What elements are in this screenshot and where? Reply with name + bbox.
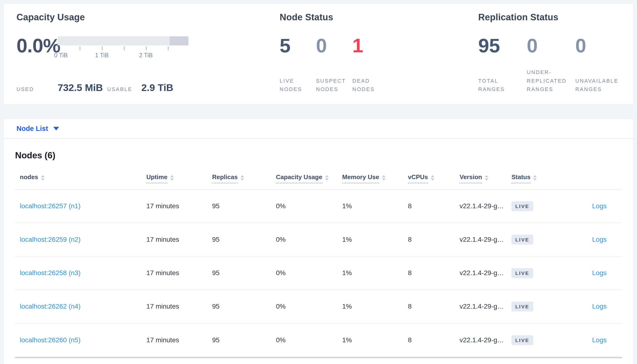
cell-uptime: 17 minutes: [146, 236, 212, 244]
cell-uptime: 17 minutes: [146, 202, 212, 210]
node-link[interactable]: localhost:26259 (n2): [20, 236, 81, 243]
status-badge: LIVE: [511, 335, 533, 345]
sort-icon[interactable]: [240, 175, 244, 180]
node-list-card: Node List Nodes (6) nodesUptimeReplicasC…: [3, 118, 634, 364]
cell-memory-use: 1%: [342, 202, 408, 210]
cell-vcpus: 8: [408, 336, 460, 344]
replication-status-metric: 0UNDER-REPLICATED RANGES: [527, 36, 575, 94]
replication-status-metrics: 95TOTAL RANGES0UNDER-REPLICATED RANGES0U…: [478, 36, 624, 94]
usable-label: USABLE: [107, 86, 141, 92]
logs-link[interactable]: Logs: [592, 302, 607, 310]
node-link[interactable]: localhost:26258 (n3): [20, 269, 81, 276]
column-header-replicas[interactable]: Replicas: [212, 174, 276, 184]
column-label-memory-use[interactable]: Memory Use: [342, 174, 379, 184]
replication-status-label: UNDER-REPLICATED RANGES: [527, 68, 570, 94]
logs-link[interactable]: Logs: [592, 236, 607, 243]
sort-icon[interactable]: [431, 175, 434, 180]
sort-icon[interactable]: [325, 175, 329, 180]
cell-status: LIVE: [511, 268, 564, 278]
axis-label-1tib: 1 TiB: [95, 52, 109, 59]
status-badge: LIVE: [511, 235, 533, 244]
chevron-down-icon[interactable]: [53, 127, 59, 130]
node-status-label: SUSPECT NODES: [316, 77, 353, 94]
replication-status-metric: 0UNAVAILABLE RANGES: [575, 36, 624, 94]
cell-replicas: 95: [212, 302, 276, 310]
node-status-label: DEAD NODES: [353, 77, 389, 94]
cell-status: LIVE: [511, 302, 564, 312]
logs-link[interactable]: Logs: [592, 202, 607, 210]
column-header-status[interactable]: Status: [511, 174, 564, 184]
cell-node: localhost:26260 (n5): [20, 336, 146, 344]
cell-memory-use: 1%: [342, 236, 408, 244]
table-row: localhost:26258 (n3)17 minutes950%1%8v22…: [15, 256, 622, 290]
cell-node: localhost:26262 (n4): [20, 302, 146, 310]
replication-status-section: Replication Status 95TOTAL RANGES0UNDER-…: [478, 12, 624, 94]
column-label-replicas[interactable]: Replicas: [212, 174, 238, 184]
node-link[interactable]: localhost:26260 (n5): [20, 336, 81, 344]
table-row: localhost:26260 (n5)17 minutes950%1%8v22…: [15, 324, 622, 357]
cell-logs: Logs: [564, 336, 622, 344]
cell-logs: Logs: [564, 302, 622, 310]
column-label-nodes[interactable]: nodes: [20, 174, 38, 184]
node-list-dropdown[interactable]: Node List: [17, 125, 48, 132]
cell-memory-use: 1%: [342, 302, 408, 310]
status-badge: LIVE: [511, 302, 533, 312]
node-status-title: Node Status: [280, 12, 478, 22]
column-label-version[interactable]: Version: [460, 174, 482, 184]
cell-replicas: 95: [212, 269, 276, 277]
column-header-version[interactable]: Version: [460, 174, 511, 184]
column-header-memory-use[interactable]: Memory Use: [342, 174, 408, 184]
status-badge: LIVE: [511, 268, 533, 278]
cell-memory-use: 1%: [342, 269, 408, 277]
axis-label-2tib: 2 TiB: [139, 52, 153, 59]
column-label-vcpus[interactable]: vCPUs: [408, 174, 428, 184]
used-value: 732.5 MiB: [58, 82, 107, 94]
cell-capacity-usage: 0%: [276, 236, 342, 244]
column-header-capacity-usage[interactable]: Capacity Usage: [276, 174, 342, 184]
node-status-metric: 5LIVE NODES: [280, 36, 316, 94]
sort-icon[interactable]: [170, 175, 174, 180]
cell-status: LIVE: [511, 235, 564, 244]
view-selector-bar: Node List: [4, 119, 633, 139]
replication-status-value: 95: [478, 36, 527, 55]
capacity-bar-chart: 0 TiB 1 TiB 2 TiB: [58, 36, 188, 59]
cell-status: LIVE: [511, 201, 564, 211]
replication-status-label: TOTAL RANGES: [478, 77, 521, 94]
cell-replicas: 95: [212, 202, 276, 210]
node-status-value: 0: [316, 36, 353, 55]
sort-icon[interactable]: [533, 175, 537, 180]
usable-value: 2.9 TiB: [141, 82, 173, 94]
sort-icon[interactable]: [41, 175, 45, 180]
sort-icon[interactable]: [382, 175, 386, 180]
node-status-metrics: 5LIVE NODES0SUSPECT NODES1DEAD NODES: [280, 36, 478, 94]
column-label-status[interactable]: Status: [511, 174, 530, 184]
column-label-uptime[interactable]: Uptime: [146, 174, 167, 184]
column-header-nodes[interactable]: nodes: [20, 174, 146, 184]
table-row: localhost:26259 (n2)17 minutes950%1%8v22…: [15, 223, 622, 256]
replication-status-title: Replication Status: [478, 12, 624, 22]
table-body: localhost:26257 (n1)17 minutes950%1%8v22…: [15, 190, 622, 357]
cell-replicas: 95: [212, 336, 276, 344]
sort-icon[interactable]: [485, 175, 488, 180]
node-link[interactable]: localhost:26257 (n1): [20, 202, 81, 210]
replication-status-value: 0: [527, 36, 575, 55]
logs-link[interactable]: Logs: [592, 269, 607, 276]
cell-node: localhost:26259 (n2): [20, 236, 146, 244]
node-status-value: 1: [353, 36, 389, 55]
cell-logs: Logs: [564, 202, 622, 210]
status-badge: LIVE: [511, 201, 533, 211]
column-header-uptime[interactable]: Uptime: [146, 174, 212, 184]
node-link[interactable]: localhost:26262 (n4): [20, 302, 81, 310]
cell-capacity-usage: 0%: [276, 336, 342, 344]
logs-link[interactable]: Logs: [592, 336, 607, 344]
cell-vcpus: 8: [408, 302, 460, 310]
capacity-axis-labels: 0 TiB 1 TiB 2 TiB: [58, 52, 188, 59]
cell-replicas: 95: [212, 236, 276, 244]
cell-logs: Logs: [564, 236, 622, 244]
cell-status: LIVE: [511, 335, 564, 345]
cell-version: v22.1.4-29-g…: [460, 202, 511, 210]
nodes-table-title: Nodes (6): [15, 150, 622, 160]
column-header-vcpus[interactable]: vCPUs: [408, 174, 460, 184]
column-label-capacity-usage[interactable]: Capacity Usage: [276, 174, 322, 184]
cluster-summary-card: Capacity Usage 0.0%: [3, 3, 634, 104]
